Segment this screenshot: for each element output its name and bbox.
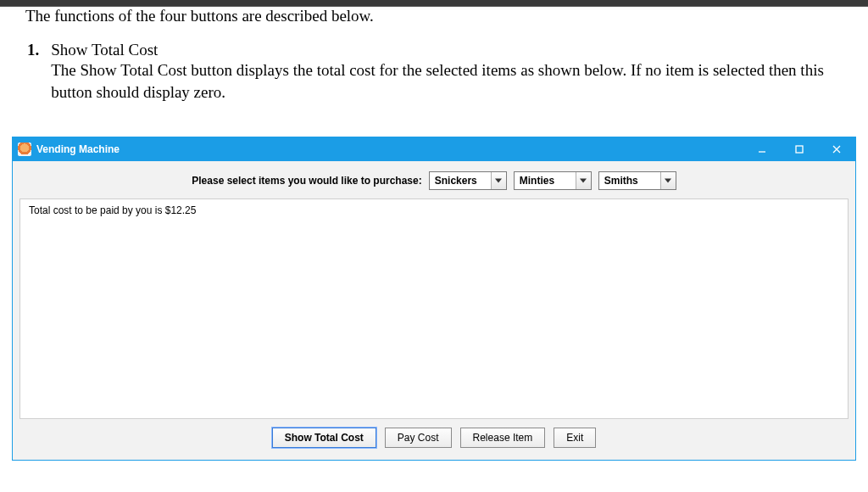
document-top-border <box>0 0 868 7</box>
item-number: 1. <box>27 41 39 103</box>
svg-marker-5 <box>580 179 587 183</box>
select-prompt-label: Please select items you would like to pu… <box>192 175 421 187</box>
svg-marker-4 <box>495 179 502 183</box>
selection-row: Please select items you would like to pu… <box>19 166 849 198</box>
minimize-icon <box>757 144 767 154</box>
show-total-cost-button[interactable]: Show Total Cost <box>272 428 376 448</box>
combo-item-3[interactable]: Smiths <box>598 171 676 190</box>
maximize-button[interactable] <box>781 137 818 161</box>
close-button[interactable] <box>818 137 855 161</box>
total-cost-text: Total cost to be paid by you is $12.25 <box>29 204 196 216</box>
release-item-button[interactable]: Release Item <box>460 428 546 448</box>
combo-item-2[interactable]: Minties <box>514 171 592 190</box>
titlebar: Vending Machine <box>13 137 855 161</box>
output-pane: Total cost to be paid by you is $12.25 <box>19 198 849 419</box>
combo-value: Snickers <box>430 172 491 189</box>
chevron-down-icon <box>660 172 676 189</box>
chevron-down-icon <box>576 172 591 189</box>
java-icon <box>18 143 31 156</box>
svg-rect-1 <box>796 146 803 153</box>
close-icon <box>832 144 842 154</box>
maximize-icon <box>794 144 804 154</box>
item-body: Show Total Cost The Show Total Cost butt… <box>51 41 843 103</box>
combo-value: Smiths <box>599 172 660 189</box>
combo-item-1[interactable]: Snickers <box>429 171 507 190</box>
item-title: Show Total Cost <box>51 41 843 59</box>
item-description: The Show Total Cost button displays the … <box>51 59 843 103</box>
svg-marker-6 <box>665 179 671 183</box>
button-row: Show Total Cost Pay Cost Release Item Ex… <box>19 419 849 453</box>
document-text-area: The functions of the four buttons are de… <box>0 7 868 137</box>
exit-button[interactable]: Exit <box>554 428 596 448</box>
combo-value: Minties <box>515 172 576 189</box>
chevron-down-icon <box>491 172 506 189</box>
list-item: 1. Show Total Cost The Show Total Cost b… <box>25 41 843 103</box>
app-body: Please select items you would like to pu… <box>13 161 855 460</box>
intro-line: The functions of the four buttons are de… <box>25 7 843 25</box>
window-title: Vending Machine <box>36 143 120 155</box>
minimize-button[interactable] <box>743 137 781 161</box>
app-window: Vending Machine Please select items you … <box>12 137 856 461</box>
pay-cost-button[interactable]: Pay Cost <box>385 428 452 448</box>
